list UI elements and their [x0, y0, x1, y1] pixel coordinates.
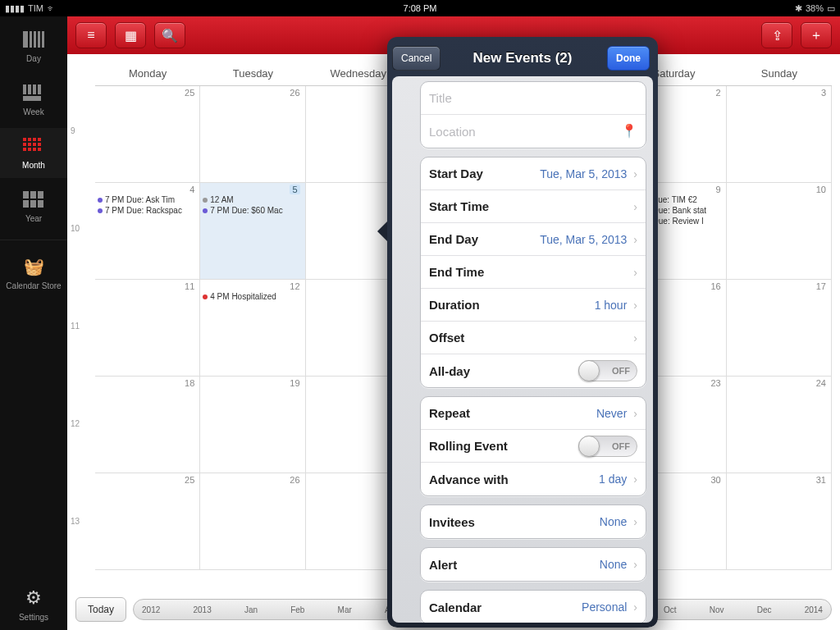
svg-rect-18 — [23, 148, 26, 151]
start-time-row[interactable]: Start Time› — [421, 190, 646, 223]
chevron-right-icon: › — [633, 167, 637, 180]
sidebar-item-year[interactable]: Year — [0, 181, 67, 231]
svg-rect-10 — [23, 138, 26, 141]
menu-button[interactable]: ≡ — [75, 22, 107, 48]
day-cell: 26 — [200, 86, 305, 183]
battery-label: 38% — [806, 3, 824, 13]
carrier-label: TIM — [28, 3, 43, 13]
wifi-icon: ᯤ — [47, 3, 56, 13]
day-cell: 24 — [727, 377, 832, 473]
day-cell: 25 — [95, 86, 200, 183]
sidebar-item-week[interactable]: Week — [0, 75, 67, 125]
sidebar-item-settings[interactable]: ⚙ Settings — [0, 580, 67, 630]
svg-rect-22 — [23, 191, 29, 199]
rolling-toggle[interactable]: OFF — [578, 436, 637, 457]
end-time-row[interactable]: End Time› — [421, 256, 646, 289]
calendar-row[interactable]: CalendarPersonal› — [421, 591, 646, 623]
day-header: Monday — [95, 67, 200, 80]
search-icon: 🔍 — [162, 28, 178, 43]
day-cell: 25 — [95, 473, 200, 570]
sidebar-item-day[interactable]: Day — [0, 21, 67, 71]
svg-rect-25 — [23, 200, 29, 208]
view-sidebar: Day Week Month Year 🧺 Calendar Store ⚙ S… — [0, 16, 67, 630]
sidebar-item-label: Calendar Store — [6, 281, 61, 290]
day-cell: 10 — [727, 183, 832, 280]
svg-rect-11 — [28, 138, 31, 141]
sidebar-item-store[interactable]: 🧺 Calendar Store — [0, 249, 67, 299]
all-day-row[interactable]: All-day OFF — [421, 354, 646, 387]
plus-icon: ＋ — [810, 27, 823, 44]
menu-icon: ≡ — [87, 28, 94, 43]
svg-rect-13 — [38, 138, 41, 141]
svg-rect-26 — [30, 200, 36, 208]
start-day-row[interactable]: Start DayTue, Mar 5, 2013› — [421, 158, 646, 190]
search-button[interactable]: 🔍 — [154, 22, 185, 48]
chevron-right-icon: › — [633, 331, 637, 345]
day-cell: 19 — [200, 377, 305, 473]
advance-with-row[interactable]: Advance with1 day› — [421, 463, 646, 495]
rolling-event-row[interactable]: Rolling Event OFF — [421, 430, 646, 463]
day-cell: 3 — [727, 86, 832, 183]
day-cell: 12 4 PM Hospitalized — [200, 280, 305, 377]
device-statusbar: ▮▮▮▮ TIM ᯤ 7:08 PM ✱ 38% ▭ — [0, 0, 840, 16]
share-icon: ⇪ — [772, 28, 783, 43]
day-cell: 17 — [727, 280, 832, 377]
svg-rect-24 — [38, 191, 43, 199]
month-icon — [0, 135, 67, 158]
chevron-right-icon: › — [633, 407, 637, 420]
day-cell: 11 — [95, 280, 200, 377]
alert-row[interactable]: AlertNone› — [421, 548, 646, 581]
svg-rect-21 — [38, 148, 41, 151]
map-pin-icon[interactable]: 📍 — [621, 123, 637, 139]
chevron-right-icon: › — [633, 299, 637, 312]
sidebar-item-label: Month — [22, 161, 45, 170]
svg-rect-27 — [38, 200, 43, 208]
location-input[interactable] — [429, 125, 637, 139]
svg-rect-6 — [28, 84, 31, 94]
duration-row[interactable]: Duration1 hour› — [421, 289, 646, 322]
chevron-right-icon: › — [633, 233, 637, 246]
week-icon — [0, 81, 67, 104]
svg-rect-12 — [33, 138, 36, 141]
chevron-right-icon: › — [633, 558, 637, 571]
day-icon — [0, 28, 67, 51]
chevron-right-icon: › — [633, 472, 637, 486]
svg-rect-7 — [33, 84, 36, 94]
svg-rect-16 — [33, 143, 36, 146]
end-day-row[interactable]: End DayTue, Mar 5, 2013› — [421, 223, 646, 256]
sidebar-item-label: Day — [26, 54, 41, 63]
day-cell: 31 — [727, 473, 832, 570]
sidebar-item-label: Week — [23, 107, 43, 116]
done-button[interactable]: Done — [607, 46, 650, 71]
svg-rect-2 — [34, 31, 36, 48]
all-day-toggle[interactable]: OFF — [578, 360, 637, 381]
share-button[interactable]: ⇪ — [761, 22, 792, 48]
invitees-row[interactable]: InviteesNone› — [421, 505, 646, 538]
day-cell: 26 — [200, 473, 305, 570]
offset-row[interactable]: Offset› — [421, 322, 646, 354]
clock-label: 7:08 PM — [404, 3, 437, 13]
chevron-right-icon: › — [633, 200, 637, 213]
battery-icon: ▭ — [827, 3, 835, 14]
title-row[interactable] — [421, 82, 646, 115]
calendar-picker-button[interactable]: ▦ — [115, 22, 146, 48]
year-icon — [0, 188, 67, 211]
svg-rect-14 — [23, 143, 26, 146]
repeat-row[interactable]: RepeatNever› — [421, 397, 646, 430]
add-event-button[interactable]: ＋ — [801, 22, 832, 48]
svg-rect-17 — [38, 143, 41, 146]
sidebar-item-month[interactable]: Month — [0, 128, 67, 178]
location-row[interactable]: 📍 — [421, 115, 646, 148]
cancel-button[interactable]: Cancel — [392, 46, 441, 71]
today-button[interactable]: Today — [75, 597, 126, 622]
svg-rect-8 — [38, 84, 41, 94]
calendar-icon: ▦ — [125, 28, 137, 43]
day-cell-selected: 5 12 AM 7 PM Due: $60 Mac — [200, 183, 305, 280]
title-input[interactable] — [429, 91, 637, 105]
svg-rect-3 — [38, 31, 40, 48]
svg-rect-5 — [23, 84, 26, 94]
day-cell: 4 7 PM Due: Ask Tim 7 PM Due: Rackspac — [95, 183, 200, 280]
popover-form[interactable]: 📍 Start DayTue, Mar 5, 2013› Start Time›… — [392, 76, 653, 623]
new-event-popover: Cancel New Events (2) Done — [387, 37, 658, 628]
sidebar-item-label: Settings — [19, 613, 48, 622]
